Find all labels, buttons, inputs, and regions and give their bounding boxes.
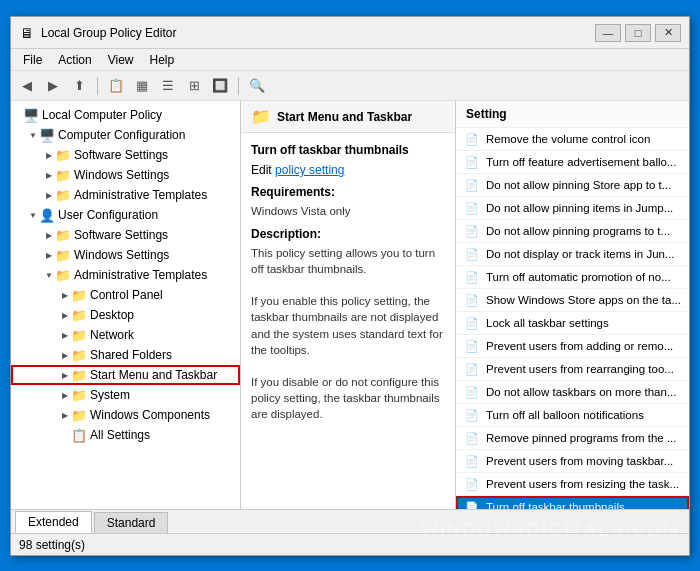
settings-item-s14[interactable]: 📄Remove pinned programs from the ... — [456, 427, 689, 450]
tree-item-desktop[interactable]: ▶📁Desktop — [11, 305, 240, 325]
desc-header-icon: 📁 — [251, 107, 271, 126]
tree-arrow-start-menu-taskbar: ▶ — [59, 369, 71, 381]
main-window: 🖥 Local Group Policy Editor — □ ✕ FileAc… — [10, 16, 690, 556]
tree-label-system: System — [90, 388, 130, 402]
settings-icon-s3: 📄 — [464, 177, 480, 193]
window-controls: — □ ✕ — [595, 24, 681, 42]
menubar-item-help[interactable]: Help — [142, 51, 183, 69]
tree-item-all-settings[interactable]: 📋All Settings — [11, 425, 240, 445]
tree-icon-admin-templates-uc: 📁 — [55, 267, 71, 283]
maximize-button[interactable]: □ — [625, 24, 651, 42]
toolbar-btn3[interactable]: ☰ — [156, 75, 180, 97]
tree-icon-shared-folders: 📁 — [71, 347, 87, 363]
tab-extended[interactable]: Extended — [15, 511, 92, 533]
settings-item-s1[interactable]: 📄Remove the volume control icon — [456, 128, 689, 151]
settings-item-s17[interactable]: 📄Turn off taskbar thumbnails — [456, 496, 689, 509]
settings-item-s5[interactable]: 📄Do not allow pinning programs to t... — [456, 220, 689, 243]
settings-item-s10[interactable]: 📄Prevent users from adding or remo... — [456, 335, 689, 358]
tree-item-user-configuration[interactable]: ▼👤User Configuration — [11, 205, 240, 225]
tree-item-windows-settings-cc[interactable]: ▶📁Windows Settings — [11, 165, 240, 185]
app-icon: 🖥 — [19, 25, 35, 41]
tree-item-start-menu-taskbar[interactable]: ▶📁Start Menu and Taskbar — [11, 365, 240, 385]
menubar-item-file[interactable]: File — [15, 51, 50, 69]
tree-icon-software-settings-cc: 📁 — [55, 147, 71, 163]
settings-item-s9[interactable]: 📄Lock all taskbar settings — [456, 312, 689, 335]
settings-item-s15[interactable]: 📄Prevent users from moving taskbar... — [456, 450, 689, 473]
settings-item-s12[interactable]: 📄Do not allow taskbars on more than... — [456, 381, 689, 404]
tree-icon-system: 📁 — [71, 387, 87, 403]
desc-body: Turn off taskbar thumbnails Edit policy … — [241, 133, 455, 432]
tree-label-start-menu-taskbar: Start Menu and Taskbar — [90, 368, 217, 382]
tree-arrow-control-panel: ▶ — [59, 289, 71, 301]
settings-item-s8[interactable]: 📄Show Windows Store apps on the ta... — [456, 289, 689, 312]
settings-pane: Setting 📄Remove the volume control icon📄… — [456, 101, 689, 509]
tree-label-software-settings-uc: Software Settings — [74, 228, 168, 242]
toolbar-btn5[interactable]: 🔲 — [208, 75, 232, 97]
tree-label-admin-templates-cc: Administrative Templates — [74, 188, 207, 202]
forward-button[interactable]: ▶ — [41, 75, 65, 97]
menubar-item-view[interactable]: View — [100, 51, 142, 69]
policy-link[interactable]: policy setting — [275, 163, 344, 177]
settings-item-s6[interactable]: 📄Do not display or track items in Jun... — [456, 243, 689, 266]
tree-icon-all-settings: 📋 — [71, 427, 87, 443]
tree-arrow-system: ▶ — [59, 389, 71, 401]
tree-label-desktop: Desktop — [90, 308, 134, 322]
minimize-button[interactable]: — — [595, 24, 621, 42]
tree-item-system[interactable]: ▶📁System — [11, 385, 240, 405]
tree-item-shared-folders[interactable]: ▶📁Shared Folders — [11, 345, 240, 365]
settings-icon-s17: 📄 — [464, 499, 480, 509]
settings-text-s15: Prevent users from moving taskbar... — [486, 455, 673, 467]
settings-text-s10: Prevent users from adding or remo... — [486, 340, 673, 352]
tree-item-network[interactable]: ▶📁Network — [11, 325, 240, 345]
requirements-value: Windows Vista only — [251, 203, 445, 219]
up-button[interactable]: ⬆ — [67, 75, 91, 97]
tree-item-control-panel[interactable]: ▶📁Control Panel — [11, 285, 240, 305]
menubar-item-action[interactable]: Action — [50, 51, 99, 69]
tree-arrow-admin-templates-uc: ▼ — [43, 269, 55, 281]
close-button[interactable]: ✕ — [655, 24, 681, 42]
tree-icon-software-settings-uc: 📁 — [55, 227, 71, 243]
desc-header-text: Start Menu and Taskbar — [277, 110, 412, 124]
toolbar-btn4[interactable]: ⊞ — [182, 75, 206, 97]
description-pane: 📁 Start Menu and Taskbar Turn off taskba… — [241, 101, 456, 509]
tree-label-network: Network — [90, 328, 134, 342]
tree-item-local-computer-policy[interactable]: 🖥️Local Computer Policy — [11, 105, 240, 125]
settings-text-s5: Do not allow pinning programs to t... — [486, 225, 670, 237]
settings-icon-s2: 📄 — [464, 154, 480, 170]
tree-item-windows-components[interactable]: ▶📁Windows Components — [11, 405, 240, 425]
menubar: FileActionViewHelp — [11, 49, 689, 71]
settings-item-s11[interactable]: 📄Prevent users from rearranging too... — [456, 358, 689, 381]
settings-item-s7[interactable]: 📄Turn off automatic promotion of no... — [456, 266, 689, 289]
tab-bar: ExtendedStandard — [11, 509, 689, 533]
tree-icon-network: 📁 — [71, 327, 87, 343]
toolbar-btn2[interactable]: ▦ — [130, 75, 154, 97]
settings-item-s3[interactable]: 📄Do not allow pinning Store app to t... — [456, 174, 689, 197]
settings-icon-s12: 📄 — [464, 384, 480, 400]
back-button[interactable]: ◀ — [15, 75, 39, 97]
settings-item-s16[interactable]: 📄Prevent users from resizing the task... — [456, 473, 689, 496]
show-hide-button[interactable]: 📋 — [104, 75, 128, 97]
tree-item-windows-settings-uc[interactable]: ▶📁Windows Settings — [11, 245, 240, 265]
tree-icon-local-computer-policy: 🖥️ — [23, 107, 39, 123]
settings-icon-s9: 📄 — [464, 315, 480, 331]
settings-text-s6: Do not display or track items in Jun... — [486, 248, 675, 260]
filter-button[interactable]: 🔍 — [245, 75, 269, 97]
tree-icon-windows-settings-cc: 📁 — [55, 167, 71, 183]
tree-item-software-settings-cc[interactable]: ▶📁Software Settings — [11, 145, 240, 165]
tree-item-computer-configuration[interactable]: ▼🖥️Computer Configuration — [11, 125, 240, 145]
tree-item-admin-templates-cc[interactable]: ▶📁Administrative Templates — [11, 185, 240, 205]
desc-header: 📁 Start Menu and Taskbar — [241, 101, 455, 133]
tree-label-local-computer-policy: Local Computer Policy — [42, 108, 162, 122]
settings-item-s4[interactable]: 📄Do not allow pinning items in Jump... — [456, 197, 689, 220]
status-bar: 98 setting(s) — [11, 533, 689, 555]
settings-icon-s14: 📄 — [464, 430, 480, 446]
settings-item-s13[interactable]: 📄Turn off all balloon notifications — [456, 404, 689, 427]
tree-label-shared-folders: Shared Folders — [90, 348, 172, 362]
tab-standard[interactable]: Standard — [94, 512, 169, 533]
settings-text-s9: Lock all taskbar settings — [486, 317, 609, 329]
main-content: 🖥️Local Computer Policy▼🖥️Computer Confi… — [11, 101, 689, 509]
tree-arrow-local-computer-policy — [11, 109, 23, 121]
tree-item-admin-templates-uc[interactable]: ▼📁Administrative Templates — [11, 265, 240, 285]
tree-item-software-settings-uc[interactable]: ▶📁Software Settings — [11, 225, 240, 245]
settings-item-s2[interactable]: 📄Turn off feature advertisement ballo... — [456, 151, 689, 174]
